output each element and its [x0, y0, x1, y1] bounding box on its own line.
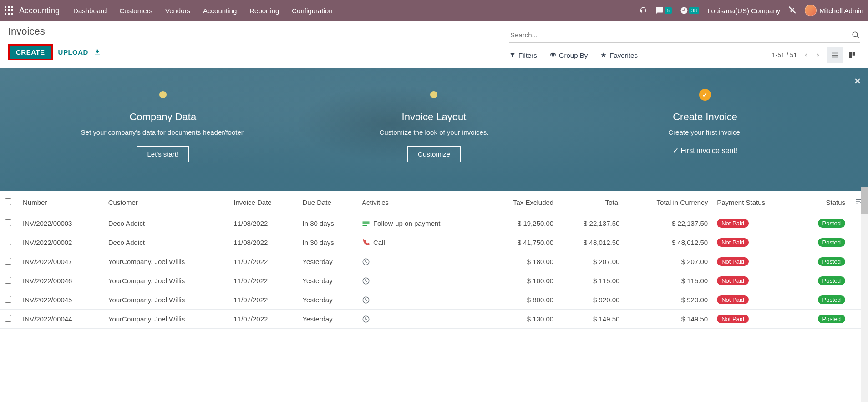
- pager-prev-icon[interactable]: [803, 52, 809, 58]
- pager[interactable]: 1-51 / 51: [772, 51, 797, 59]
- cell-number: INV/2022/00003: [18, 214, 104, 233]
- menu-reporting[interactable]: Reporting: [249, 7, 279, 15]
- menu-accounting[interactable]: Accounting: [203, 7, 237, 15]
- debug-icon[interactable]: [788, 6, 797, 15]
- cell-tax-excluded: $ 19,250.00: [486, 214, 558, 233]
- favorites-button[interactable]: Favorites: [600, 51, 638, 59]
- cell-due-date: Yesterday: [298, 271, 357, 290]
- activities-badge: 38: [689, 7, 699, 14]
- cell-customer: YourCompany, Joel Willis: [104, 271, 229, 290]
- col-payment-status[interactable]: Payment Status: [712, 191, 796, 214]
- kanban-view-button[interactable]: [844, 47, 860, 63]
- step-dot-icon: [430, 91, 437, 98]
- menu-customers[interactable]: Customers: [119, 7, 152, 15]
- col-activities[interactable]: Activities: [357, 191, 486, 214]
- topbar: Accounting Dashboard Customers Vendors A…: [0, 0, 868, 21]
- list-view-button[interactable]: [827, 47, 843, 63]
- cell-number: INV/2022/00044: [18, 310, 104, 329]
- step-done-icon: [699, 89, 711, 101]
- row-checkbox[interactable]: [5, 258, 11, 265]
- col-customer[interactable]: Customer: [104, 191, 229, 214]
- step-dot-icon: [159, 91, 167, 98]
- table-row[interactable]: INV/2022/00003Deco Addict11/08/2022In 30…: [0, 214, 868, 233]
- svg-rect-0: [362, 221, 369, 222]
- cell-due-date: Yesterday: [298, 310, 357, 329]
- cell-activity[interactable]: Follow-up on payment: [362, 219, 481, 228]
- row-checkbox[interactable]: [5, 219, 11, 226]
- customize-button[interactable]: Customize: [407, 146, 461, 162]
- groupby-button[interactable]: Group By: [550, 51, 588, 59]
- cell-total: $ 22,137.50: [558, 214, 624, 233]
- activities-icon[interactable]: 38: [680, 6, 699, 15]
- scrollbar[interactable]: [861, 187, 868, 329]
- cell-due-date: Yesterday: [298, 252, 357, 271]
- pager-next-icon[interactable]: [815, 52, 821, 58]
- cell-number: INV/2022/00045: [18, 290, 104, 310]
- create-button[interactable]: CREATE: [8, 44, 53, 60]
- cell-total: $ 115.00: [558, 271, 624, 290]
- svg-rect-2: [362, 225, 367, 226]
- step-done-text: First invoice sent!: [571, 146, 839, 155]
- user-menu[interactable]: Mitchell Admin: [805, 5, 863, 16]
- menu-configuration[interactable]: Configuration: [292, 7, 332, 15]
- menu-vendors[interactable]: Vendors: [165, 7, 190, 15]
- app-name[interactable]: Accounting: [19, 6, 60, 15]
- status-badge: Posted: [818, 315, 845, 323]
- col-total-currency[interactable]: Total in Currency: [624, 191, 712, 214]
- row-checkbox[interactable]: [5, 277, 11, 284]
- payment-status-badge: Not Paid: [717, 295, 749, 304]
- cell-activity[interactable]: [362, 296, 481, 304]
- lets-start-button[interactable]: Let's start!: [137, 146, 189, 162]
- cell-invoice-date: 11/08/2022: [229, 233, 298, 252]
- kanban-icon: [848, 51, 856, 59]
- cell-invoice-date: 11/07/2022: [229, 290, 298, 310]
- col-status[interactable]: Status: [796, 191, 850, 214]
- apps-icon[interactable]: [5, 6, 14, 15]
- search-input[interactable]: [509, 29, 852, 41]
- support-icon[interactable]: [639, 6, 647, 15]
- cell-due-date: In 30 days: [298, 233, 357, 252]
- cell-total-currency: $ 149.50: [624, 310, 712, 329]
- cell-activity[interactable]: [362, 277, 481, 285]
- main-menu: Dashboard Customers Vendors Accounting R…: [73, 7, 332, 15]
- cell-tax-excluded: $ 100.00: [486, 271, 558, 290]
- menu-dashboard[interactable]: Dashboard: [73, 7, 107, 15]
- table-row[interactable]: INV/2022/00046YourCompany, Joel Willis11…: [0, 271, 868, 290]
- col-invoice-date[interactable]: Invoice Date: [229, 191, 298, 214]
- col-total[interactable]: Total: [558, 191, 624, 214]
- cell-tax-excluded: $ 41,750.00: [486, 233, 558, 252]
- col-number[interactable]: Number: [18, 191, 104, 214]
- filters-button[interactable]: Filters: [509, 51, 537, 59]
- table-row[interactable]: INV/2022/00045YourCompany, Joel Willis11…: [0, 290, 868, 310]
- cell-number: INV/2022/00002: [18, 233, 104, 252]
- table-row[interactable]: INV/2022/00047YourCompany, Joel Willis11…: [0, 252, 868, 271]
- cell-total-currency: $ 920.00: [624, 290, 712, 310]
- col-due-date[interactable]: Due Date: [298, 191, 357, 214]
- download-icon[interactable]: [94, 48, 101, 56]
- row-checkbox[interactable]: [5, 315, 11, 322]
- upload-button[interactable]: UPLOAD: [58, 48, 88, 56]
- cell-total: $ 48,012.50: [558, 233, 624, 252]
- status-badge: Posted: [818, 257, 845, 266]
- cell-total: $ 149.50: [558, 310, 624, 329]
- cell-due-date: In 30 days: [298, 214, 357, 233]
- select-all-checkbox[interactable]: [5, 198, 11, 205]
- search-icon[interactable]: [852, 31, 860, 39]
- company-selector[interactable]: Louisana(US) Company: [707, 7, 780, 15]
- col-tax-excluded[interactable]: Tax Excluded: [486, 191, 558, 214]
- status-badge: Posted: [818, 219, 845, 228]
- table-row[interactable]: INV/2022/00044YourCompany, Joel Willis11…: [0, 310, 868, 329]
- cell-activity[interactable]: Call: [362, 239, 481, 247]
- invoice-table: Number Customer Invoice Date Due Date Ac…: [0, 191, 868, 329]
- onboarding-banner: × Company Data Set your company's data f…: [0, 68, 868, 191]
- svg-rect-1: [362, 223, 369, 224]
- row-checkbox[interactable]: [5, 239, 11, 245]
- avatar: [805, 5, 817, 16]
- messages-icon[interactable]: 5: [655, 6, 672, 15]
- table-row[interactable]: INV/2022/00002Deco Addict11/08/2022In 30…: [0, 233, 868, 252]
- row-checkbox[interactable]: [5, 296, 11, 303]
- cell-activity[interactable]: [362, 258, 481, 266]
- cell-tax-excluded: $ 180.00: [486, 252, 558, 271]
- cell-activity[interactable]: [362, 315, 481, 323]
- cell-customer: YourCompany, Joel Willis: [104, 310, 229, 329]
